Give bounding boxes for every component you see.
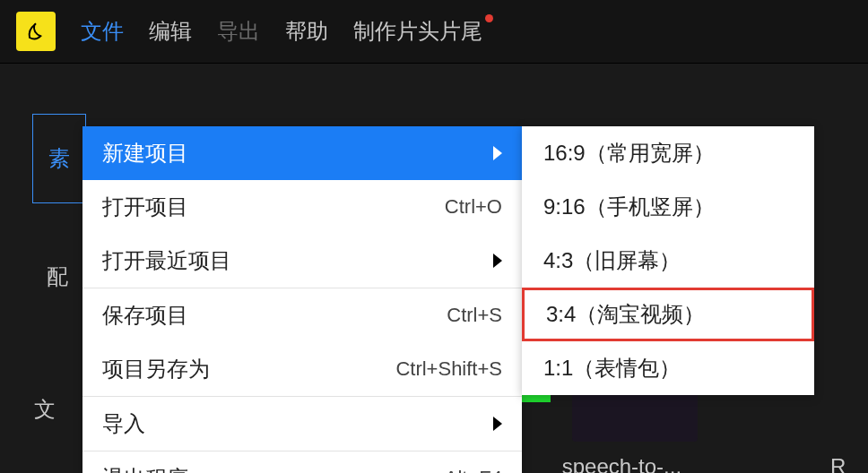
sidebar-tab-material[interactable]: 素 bbox=[32, 114, 86, 203]
dd-exit-label: 退出程序 bbox=[102, 464, 188, 473]
dd-open-project[interactable]: 打开项目 Ctrl+O bbox=[82, 180, 522, 234]
dd-open-recent-label: 打开最近项目 bbox=[102, 246, 231, 275]
aspect-4-3[interactable]: 4:3（旧屏幕） bbox=[522, 234, 814, 288]
dd-exit-shortcut: Alt+F4 bbox=[445, 467, 502, 473]
sidebar-tab-text[interactable]: 文 bbox=[34, 395, 56, 424]
menu-titles-label: 制作片头片尾 bbox=[353, 19, 482, 43]
dd-save-project-shortcut: Ctrl+S bbox=[447, 304, 502, 327]
dd-save-as[interactable]: 项目另存为 Ctrl+Shift+S bbox=[82, 342, 522, 396]
menu-file[interactable]: 文件 bbox=[81, 17, 124, 46]
menu-help[interactable]: 帮助 bbox=[285, 17, 328, 46]
submenu-arrow-icon bbox=[493, 254, 502, 268]
banana-icon bbox=[23, 19, 48, 44]
submenu-arrow-icon bbox=[493, 417, 502, 431]
sidebar-tab-audio[interactable]: 配 bbox=[47, 262, 68, 291]
dd-save-project[interactable]: 保存项目 Ctrl+S bbox=[82, 288, 522, 342]
aspect-1-1[interactable]: 1:1（表情包） bbox=[522, 341, 814, 395]
content-area: 素 配 文 p4 speech-to-... R 新建项目 打开项目 Ctrl+… bbox=[0, 63, 868, 473]
notification-dot-icon bbox=[485, 14, 493, 22]
menu-titles[interactable]: 制作片头片尾 bbox=[353, 17, 482, 46]
dd-save-as-label: 项目另存为 bbox=[102, 355, 210, 383]
thumb-label-3: R bbox=[830, 454, 846, 473]
dd-new-project[interactable]: 新建项目 bbox=[82, 126, 522, 180]
dd-new-project-label: 新建项目 bbox=[102, 139, 188, 168]
aspect-9-16[interactable]: 9:16（手机竖屏） bbox=[522, 180, 814, 234]
thumbnail-labels: p4 speech-to-... R bbox=[475, 454, 846, 473]
dd-open-project-label: 打开项目 bbox=[102, 193, 188, 221]
dd-import[interactable]: 导入 bbox=[82, 397, 522, 451]
file-dropdown-menu: 新建项目 打开项目 Ctrl+O 打开最近项目 保存项目 Ctrl+S 项目另存… bbox=[82, 126, 522, 473]
menubar: 文件 编辑 导出 帮助 制作片头片尾 bbox=[0, 0, 868, 63]
thumb-label-2: speech-to-... bbox=[562, 454, 681, 473]
dd-import-label: 导入 bbox=[102, 409, 145, 438]
aspect-3-4[interactable]: 3:4（淘宝视频） bbox=[522, 288, 814, 341]
aspect-ratio-submenu: 16:9（常用宽屏） 9:16（手机竖屏） 4:3（旧屏幕） 3:4（淘宝视频）… bbox=[522, 126, 814, 395]
aspect-16-9[interactable]: 16:9（常用宽屏） bbox=[522, 126, 814, 180]
dd-save-as-shortcut: Ctrl+Shift+S bbox=[395, 357, 502, 381]
menu-export[interactable]: 导出 bbox=[217, 17, 260, 46]
dd-save-project-label: 保存项目 bbox=[102, 301, 188, 330]
dd-open-project-shortcut: Ctrl+O bbox=[445, 195, 502, 219]
submenu-arrow-icon bbox=[493, 146, 502, 160]
menu-edit[interactable]: 编辑 bbox=[149, 17, 192, 46]
app-logo-icon[interactable] bbox=[16, 12, 56, 51]
dd-open-recent[interactable]: 打开最近项目 bbox=[82, 234, 522, 288]
dd-exit[interactable]: 退出程序 Alt+F4 bbox=[82, 452, 522, 473]
